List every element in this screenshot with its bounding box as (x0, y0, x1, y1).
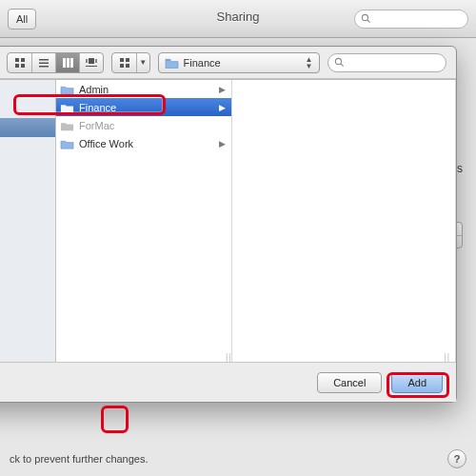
svg-rect-11 (70, 58, 73, 68)
arrange-menu-button[interactable]: ▼ (136, 53, 149, 72)
window-toolbar: All Sharing (0, 0, 476, 38)
sidebar-favorites-list: y Files cations top ments loads es c es … (0, 80, 55, 251)
add-button[interactable]: Add (391, 372, 443, 393)
lock-text: ck to prevent further changes. (10, 453, 149, 465)
toolbar-search-field[interactable] (354, 10, 468, 29)
browser-column-1[interactable]: Admin ▶ Finance ▶ ForMac Office Wor (56, 80, 232, 362)
folder-icon (60, 138, 74, 149)
svg-rect-6 (39, 59, 49, 61)
svg-rect-12 (89, 58, 94, 64)
arrange-icon (119, 57, 130, 69)
list-view-button[interactable] (31, 53, 55, 72)
svg-point-0 (362, 14, 367, 20)
svg-rect-13 (86, 59, 88, 63)
sheet-toolbar: ◀ ▶ ▼ Finance ▲▼ (0, 47, 456, 79)
sheet-body: y Files cations top ments loads es c es … (0, 79, 456, 362)
sidebar-item[interactable]: c (0, 194, 55, 213)
folder-label: Office Work (79, 138, 133, 149)
lock-row: ck to prevent further changes. ? (10, 449, 466, 468)
path-popup[interactable]: Finance ▲▼ (158, 52, 320, 73)
svg-rect-3 (21, 58, 25, 62)
folder-label: Admin (79, 84, 109, 95)
arrange-button[interactable] (112, 53, 136, 72)
folder-row[interactable]: Finance ▶ (56, 98, 231, 116)
sidebar-section-header: Sharing (0, 251, 55, 269)
search-icon (334, 57, 345, 68)
svg-point-20 (335, 58, 341, 64)
svg-rect-8 (39, 66, 49, 68)
sidebar-item[interactable]: ments (0, 137, 55, 156)
sheet-footer: Cancel Add (0, 362, 456, 402)
help-button[interactable]: ? (447, 449, 466, 468)
view-mode-segmented (7, 52, 104, 73)
folder-label: ForMac (79, 120, 114, 131)
sidebar-item[interactable]: y Files (0, 80, 55, 99)
sheet-search-field[interactable] (327, 53, 446, 72)
chevron-right-icon: ▶ (219, 85, 226, 94)
sidebar: y Files cations top ments loads es c es … (0, 80, 56, 362)
sidebar-item[interactable]: loads (0, 156, 55, 175)
sidebar-item[interactable]: cations (0, 99, 55, 118)
column-view-button[interactable] (55, 53, 79, 72)
folder-row[interactable]: Office Work ▶ (56, 134, 231, 152)
path-label: Finance (184, 57, 221, 69)
chevron-right-icon: ▶ (219, 139, 226, 149)
popup-arrows-icon: ▲▼ (306, 56, 313, 69)
folder-row[interactable]: Admin ▶ (56, 80, 231, 98)
arrange-group: ▼ (111, 52, 149, 73)
folder-icon (60, 102, 74, 113)
browser-column-2[interactable] (232, 80, 456, 362)
sidebar-item[interactable]: ac (0, 232, 55, 251)
coverflow-view-button[interactable] (79, 53, 103, 72)
chevron-right-icon: ▶ (219, 103, 226, 112)
folder-icon (60, 84, 74, 95)
svg-line-1 (367, 20, 370, 23)
svg-rect-19 (126, 64, 129, 68)
column-resize-handle[interactable]: || (444, 352, 450, 362)
icon-view-button[interactable] (8, 53, 31, 72)
show-all-button[interactable]: All (8, 9, 36, 30)
svg-rect-7 (39, 62, 49, 64)
svg-rect-16 (120, 58, 124, 62)
svg-rect-17 (126, 58, 129, 62)
svg-rect-4 (15, 64, 19, 68)
svg-rect-2 (15, 58, 19, 62)
sidebar-item[interactable]: es (0, 175, 55, 194)
svg-rect-14 (95, 59, 97, 63)
svg-rect-10 (67, 58, 69, 68)
folder-icon (165, 57, 179, 69)
cancel-button[interactable]: Cancel (317, 372, 382, 393)
svg-line-21 (340, 64, 343, 67)
column-resize-handle[interactable]: || (226, 352, 232, 362)
svg-rect-18 (120, 64, 124, 68)
folder-row[interactable]: ForMac (56, 116, 231, 134)
sidebar-item[interactable]: top (0, 118, 55, 137)
search-icon (361, 13, 371, 24)
folder-label: Finance (79, 102, 116, 113)
sidebar-item[interactable]: es (0, 213, 55, 232)
coverflow-view-icon (85, 57, 98, 69)
column-browser: Admin ▶ Finance ▶ ForMac Office Wor (56, 80, 456, 362)
svg-rect-5 (21, 64, 25, 68)
icon-view-icon (14, 57, 26, 69)
list-view-icon (38, 57, 50, 69)
folder-icon (60, 120, 74, 131)
svg-rect-9 (63, 58, 66, 68)
svg-rect-15 (86, 66, 97, 67)
column-view-icon (62, 57, 73, 69)
file-chooser-sheet: ◀ ▶ ▼ Finance ▲▼ (0, 46, 457, 403)
